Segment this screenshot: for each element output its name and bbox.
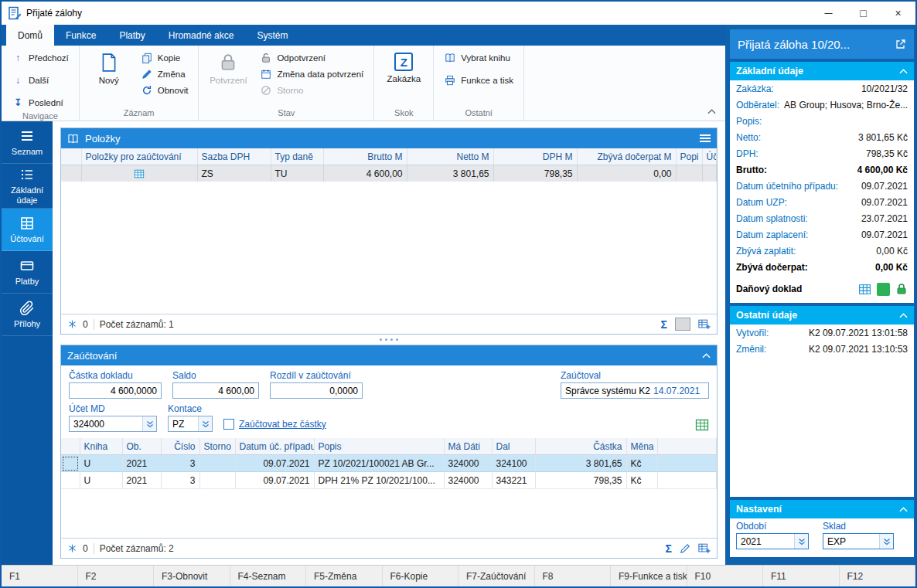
fkey-f10[interactable]: F10 bbox=[687, 566, 764, 586]
col-header-popis[interactable]: Popi bbox=[676, 148, 702, 165]
unconfirm-button[interactable]: Odpotvrzení bbox=[257, 49, 366, 66]
last-button[interactable]: ↧ Poslední bbox=[9, 94, 72, 110]
panel-menu-icon[interactable] bbox=[700, 134, 711, 142]
grid-settings-button[interactable] bbox=[675, 318, 690, 331]
ucet-md-combo[interactable]: 324000 bbox=[69, 416, 157, 432]
grid-add-icon[interactable] bbox=[698, 542, 711, 554]
panel-splitter[interactable] bbox=[60, 335, 718, 345]
collapse-chevron-icon[interactable] bbox=[899, 507, 908, 512]
col-header-filler bbox=[657, 438, 717, 455]
sidebar-item-seznam[interactable]: Seznam bbox=[2, 121, 53, 164]
maximize-button[interactable]: □ bbox=[846, 2, 881, 25]
change-confirm-date-button[interactable]: Změna data potvrzení bbox=[257, 66, 366, 82]
col-header-typ-dane[interactable]: Typ daně bbox=[271, 148, 323, 165]
minimize-button[interactable]: ─ bbox=[811, 2, 846, 25]
group-label-ostatni: Ostatní bbox=[434, 107, 523, 121]
obdobi-label: Období bbox=[736, 521, 809, 532]
col-header-datum[interactable]: Datum úč. případu bbox=[235, 438, 314, 455]
col-header-kniha[interactable]: Kniha bbox=[80, 438, 122, 455]
col-header-empty[interactable] bbox=[61, 148, 81, 165]
castka-dokladu-field[interactable]: 4 600,0000 bbox=[69, 382, 162, 399]
col-header-brutto[interactable]: Brutto M bbox=[323, 148, 407, 165]
sidebar-item-prilohy[interactable]: Přílohy bbox=[2, 294, 53, 336]
obdobi-combo[interactable]: 2021 bbox=[736, 533, 809, 549]
copy-button[interactable]: Kopie bbox=[138, 49, 192, 66]
col-header-dal[interactable]: Dal bbox=[492, 438, 535, 455]
dropdown-icon[interactable] bbox=[198, 416, 212, 431]
selection-star-icon[interactable] bbox=[67, 543, 77, 553]
detail-row: Datum splatnosti:23.07.2021 bbox=[730, 210, 914, 226]
table-row[interactable]: U 2021 3 09.07.2021 DPH 21% PZ 10/2021/1… bbox=[61, 472, 717, 489]
sum-icon[interactable]: Σ bbox=[661, 318, 667, 331]
grid-add-icon[interactable] bbox=[698, 318, 711, 330]
fkey-f3-obnovit[interactable]: F3-Obnovit bbox=[154, 566, 230, 586]
sidebar-item-platby[interactable]: Platby bbox=[2, 251, 53, 294]
tax-doc-grid-icon[interactable] bbox=[858, 283, 871, 296]
tab-hromadne-akce[interactable]: Hromadné akce bbox=[157, 25, 246, 46]
next-button[interactable]: ↓ Další bbox=[9, 72, 72, 88]
fkey-f2[interactable]: F2 bbox=[78, 566, 155, 586]
fkey-f6-kopie[interactable]: F6-Kopie bbox=[383, 566, 459, 586]
zauctoval-field[interactable]: Správce systému K2 14.07.2021 bbox=[561, 382, 709, 399]
sidebar-item-zakladni-udaje[interactable]: Základní údaje bbox=[2, 164, 53, 209]
collapse-chevron-icon[interactable] bbox=[702, 353, 711, 359]
dropdown-icon[interactable] bbox=[794, 534, 808, 549]
sum-icon[interactable]: Σ bbox=[666, 542, 672, 555]
sidebar-item-uctovani[interactable]: Účtování bbox=[2, 209, 53, 251]
previous-button[interactable]: ↑ Předchozí bbox=[9, 49, 72, 66]
col-header-dph[interactable]: DPH M bbox=[493, 148, 577, 165]
fkey-f5-zmena[interactable]: F5-Změna bbox=[306, 566, 383, 586]
col-header-sazba-dph[interactable]: Sazba DPH bbox=[197, 148, 271, 165]
section-zakladni-udaje: Základní údaje Zakázka:10/2021/32 Odběra… bbox=[730, 62, 914, 303]
detail-value: K2 09.07.2021 13:10:53 bbox=[809, 344, 908, 355]
col-header-mena[interactable]: Měna bbox=[626, 438, 657, 455]
rozdil-field[interactable]: 0,0000 bbox=[270, 382, 363, 399]
edit-button[interactable]: Změna bbox=[138, 66, 192, 82]
tab-platby[interactable]: Platby bbox=[107, 25, 156, 46]
polozky-row[interactable]: ZS TU 4 600,00 3 801,65 798,35 0,00 bbox=[61, 165, 717, 182]
dropdown-icon[interactable] bbox=[879, 534, 893, 549]
kontace-combo[interactable]: PZ bbox=[168, 416, 213, 432]
fkey-f12[interactable]: F12 bbox=[840, 566, 916, 586]
new-button[interactable]: Nový bbox=[87, 49, 131, 107]
table-row[interactable]: U 2021 3 09.07.2021 PZ 10/2021/100021 AB… bbox=[61, 455, 717, 472]
tab-domu[interactable]: Domů bbox=[6, 25, 54, 46]
col-header-ma-dati[interactable]: Má Dáti bbox=[444, 438, 492, 455]
col-header-ob[interactable]: Ob. bbox=[122, 438, 161, 455]
col-header-selector[interactable] bbox=[61, 438, 80, 455]
fkey-f7-zauctovani[interactable]: F7-Zaúčtování bbox=[458, 566, 535, 586]
fkey-f8[interactable]: F8 bbox=[535, 566, 612, 586]
refresh-button[interactable]: Obnovit bbox=[138, 82, 192, 98]
col-header-storno[interactable]: Storno bbox=[199, 438, 235, 455]
collapse-chevron-icon[interactable] bbox=[899, 69, 908, 74]
collapse-chevron-icon[interactable] bbox=[899, 313, 908, 318]
col-header-ucet[interactable]: Účet bbox=[702, 148, 717, 165]
col-header-popis[interactable]: Popis bbox=[314, 438, 444, 455]
col-header-cislo[interactable]: Číslo bbox=[161, 438, 199, 455]
tab-funkce[interactable]: Funkce bbox=[54, 25, 107, 46]
col-header-zbyva-docerpat[interactable]: Zbývá dočerpat M bbox=[577, 148, 676, 165]
print-button[interactable]: Funkce a tisk bbox=[441, 72, 516, 88]
select-book-button[interactable]: Vybrat knihu bbox=[441, 49, 516, 66]
fkey-f11[interactable]: F11 bbox=[763, 566, 840, 586]
detail-label: Datum zaplacení: bbox=[736, 229, 808, 240]
fkey-f4-seznam[interactable]: F4-Seznam bbox=[230, 566, 307, 586]
bez-castky-checkbox[interactable] bbox=[223, 419, 234, 430]
fkey-f1[interactable]: F1 bbox=[2, 566, 78, 586]
fkey-f9-funkce-a-tisk[interactable]: F9-Funkce a tisk bbox=[611, 566, 687, 586]
sklad-combo[interactable]: EXP bbox=[823, 533, 894, 549]
dropdown-icon[interactable] bbox=[142, 416, 156, 431]
open-in-window-icon[interactable] bbox=[895, 39, 906, 49]
saldo-field[interactable]: 4 600,00 bbox=[172, 382, 259, 399]
selection-star-icon[interactable] bbox=[67, 319, 77, 329]
col-header-netto[interactable]: Netto M bbox=[407, 148, 493, 165]
accounting-grid-icon[interactable] bbox=[695, 418, 709, 432]
close-button[interactable]: × bbox=[881, 2, 915, 25]
edit-pencil-icon[interactable] bbox=[680, 543, 690, 554]
ribbon-collapse-icon[interactable] bbox=[707, 109, 716, 114]
zakazka-button[interactable]: Z Zakázka bbox=[381, 49, 426, 107]
col-header-polozky-pro-zauctovani[interactable]: Položky pro zaúčtování bbox=[81, 148, 197, 165]
col-header-castka[interactable]: Částka bbox=[535, 438, 626, 455]
cell-cislo: 3 bbox=[161, 455, 199, 472]
tab-system[interactable]: Systém bbox=[245, 25, 299, 46]
